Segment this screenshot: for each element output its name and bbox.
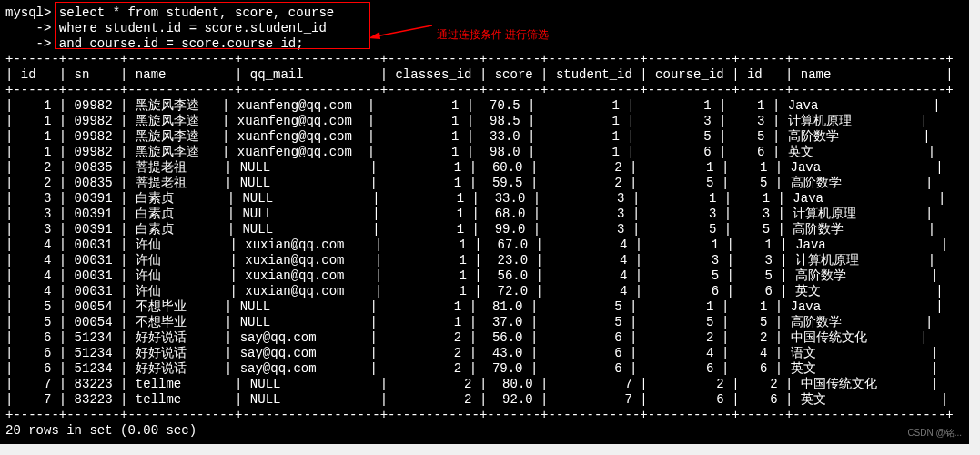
watermark: CSDN @铭...: [907, 425, 962, 440]
query-line-3: and course.id = score.course_id;: [51, 36, 303, 51]
mysql-terminal[interactable]: mysql> select * from student, score, cou…: [0, 0, 969, 444]
table-border: +------+-------+--------------+---------…: [5, 52, 954, 66]
prompt: mysql>: [5, 5, 51, 20]
table-border: +------+-------+--------------+---------…: [5, 83, 954, 97]
svg-marker-1: [369, 32, 380, 39]
result-footer: 20 rows in set (0.00 sec): [5, 423, 197, 438]
svg-line-0: [376, 25, 432, 36]
continuation-prompt: ->: [5, 21, 51, 35]
table-body: | 1 | 09982 | 黑旋风李逵 | xuanfeng@qq.com | …: [5, 98, 948, 407]
arrow-icon: [369, 22, 432, 40]
continuation-prompt: ->: [5, 36, 51, 51]
query-line-2: where student.id = score.student_id: [51, 21, 326, 35]
table-border: +------+-------+--------------+---------…: [5, 408, 954, 422]
query-line-1: select * from student, score, course: [51, 5, 334, 20]
table-header: | id | sn | name | qq_mail | classes_id …: [5, 67, 954, 82]
annotation-label: 通过连接条件 进行筛选: [437, 27, 549, 43]
